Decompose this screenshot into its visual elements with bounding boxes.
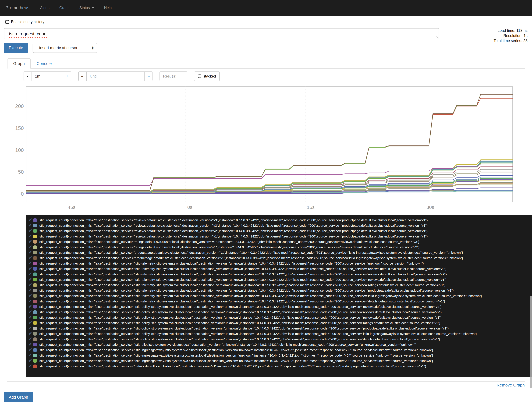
legend-item[interactable]: ✔istio_request_count{connection_mtls="fa… xyxy=(28,299,532,304)
time-back-button[interactable]: « xyxy=(78,71,87,81)
range-increase-button[interactable]: + xyxy=(63,71,71,81)
legend-item[interactable]: ✔istio_request_count{connection_mtls="fa… xyxy=(28,271,532,277)
series-enabled-check-icon: ✔ xyxy=(28,353,33,358)
nav-item-help[interactable]: Help xyxy=(99,0,116,16)
series-enabled-check-icon: ✔ xyxy=(28,277,33,282)
svg-text:50: 50 xyxy=(18,169,24,175)
series-enabled-check-icon: ✔ xyxy=(28,304,33,309)
series-label: istio_request_count{connection_mtls="fal… xyxy=(39,229,428,233)
tab-bar: Graph Console xyxy=(7,58,525,69)
series-label: istio_request_count{connection_mtls="fal… xyxy=(39,316,442,320)
insert-metric-select[interactable]: - insert metric at cursor - ▲▼ xyxy=(33,43,97,53)
until-input[interactable]: Until xyxy=(87,71,144,81)
remove-graph-link[interactable]: Remove Graph xyxy=(497,383,525,388)
page-scrollbar[interactable] xyxy=(530,296,532,388)
series-color-swatch xyxy=(33,348,37,352)
svg-text:45s: 45s xyxy=(68,205,75,210)
line-chart[interactable]: 05010015020045s0s15s30s xyxy=(13,86,516,213)
legend-item[interactable]: ✔istio_request_count{connection_mtls="fa… xyxy=(28,234,532,239)
series-label: istio_request_count{connection_mtls="fal… xyxy=(39,267,447,271)
stacked-checkbox[interactable] xyxy=(198,75,201,78)
series-label: istio_request_count{connection_mtls="fal… xyxy=(39,218,428,222)
query-input[interactable]: istio_request_count xyxy=(4,28,439,39)
chart-svg[interactable]: 05010015020045s0s15s30s xyxy=(13,86,516,213)
nav-item-alerts[interactable]: Alerts xyxy=(35,0,54,16)
series-color-swatch xyxy=(33,283,37,287)
legend-item[interactable]: ✔istio_request_count{connection_mtls="fa… xyxy=(28,245,532,250)
load-time: Load time: 118ms xyxy=(494,28,527,33)
select-spinner-icon: ▲▼ xyxy=(92,46,94,50)
series-label: istio_request_count{connection_mtls="fal… xyxy=(39,348,433,352)
legend-item[interactable]: ✔istio_request_count{connection_mtls="fa… xyxy=(28,304,532,309)
resize-grip-icon[interactable] xyxy=(436,36,438,38)
legend-item[interactable]: ✔istio_request_count{connection_mtls="fa… xyxy=(28,266,532,271)
series-color-swatch xyxy=(33,256,37,260)
svg-text:0s: 0s xyxy=(187,205,192,210)
legend-item[interactable]: ✔istio_request_count{connection_mtls="fa… xyxy=(28,347,532,353)
range-input[interactable]: 1m xyxy=(32,71,63,81)
legend-item[interactable]: ✔istio_request_count{connection_mtls="fa… xyxy=(28,320,532,326)
series-color-swatch xyxy=(33,359,37,363)
series-color-swatch xyxy=(33,321,37,325)
legend-item[interactable]: ✔istio_request_count{connection_mtls="fa… xyxy=(28,255,532,261)
series-enabled-check-icon: ✔ xyxy=(28,266,33,271)
resolution-input[interactable]: Res. (s) xyxy=(159,71,187,81)
legend-item[interactable]: ✔istio_request_count{connection_mtls="fa… xyxy=(28,223,532,228)
legend-item[interactable]: ✔istio_request_count{connection_mtls="fa… xyxy=(28,293,532,299)
tab-graph[interactable]: Graph xyxy=(7,58,31,69)
legend-item[interactable]: ✔istio_request_count{connection_mtls="fa… xyxy=(28,282,532,288)
series-enabled-check-icon: ✔ xyxy=(28,331,33,336)
legend-item[interactable]: ✔istio_request_count{connection_mtls="fa… xyxy=(28,250,532,255)
series-label: istio_request_count{connection_mtls="fal… xyxy=(39,364,426,368)
legend-item[interactable]: ✔istio_request_count{connection_mtls="fa… xyxy=(28,239,532,245)
execute-button[interactable]: Execute xyxy=(4,43,28,53)
series-label: istio_request_count{connection_mtls="fal… xyxy=(39,289,454,292)
svg-text:30s: 30s xyxy=(426,205,434,210)
tab-console[interactable]: Console xyxy=(31,58,57,69)
query-expression: istio_request_count xyxy=(9,31,48,36)
series-enabled-check-icon: ✔ xyxy=(28,336,33,341)
enable-query-history[interactable]: Enable query history xyxy=(5,20,44,24)
legend-item[interactable]: ✔istio_request_count{connection_mtls="fa… xyxy=(28,342,532,347)
series-label: istio_request_count{connection_mtls="fal… xyxy=(39,245,419,249)
series-enabled-check-icon: ✔ xyxy=(28,223,33,228)
legend-item[interactable]: ✔istio_request_count{connection_mtls="fa… xyxy=(28,261,532,266)
nav-items: AlertsGraphStatusHelp xyxy=(35,0,116,16)
nav-item-status[interactable]: Status xyxy=(75,0,99,16)
series-label: istio_request_count{connection_mtls="fal… xyxy=(39,283,445,287)
legend-item[interactable]: ✔istio_request_count{connection_mtls="fa… xyxy=(28,336,532,342)
series-label: istio_request_count{connection_mtls="fal… xyxy=(39,299,445,303)
series-color-swatch xyxy=(33,310,37,314)
stacked-toggle[interactable]: stacked xyxy=(194,71,220,81)
legend-item[interactable]: ✔istio_request_count{connection_mtls="fa… xyxy=(28,364,532,369)
series-color-swatch xyxy=(33,294,37,298)
chevron-down-icon xyxy=(91,7,94,9)
time-forward-button[interactable]: » xyxy=(144,71,152,81)
series-enabled-check-icon: ✔ xyxy=(28,364,33,368)
series-enabled-check-icon: ✔ xyxy=(28,320,33,325)
series-color-swatch xyxy=(33,251,37,254)
query-history-label: Enable query history xyxy=(11,20,44,24)
series-color-swatch xyxy=(33,218,37,222)
series-label: istio_request_count{connection_mtls="fal… xyxy=(39,354,433,357)
legend-item[interactable]: ✔istio_request_count{connection_mtls="fa… xyxy=(28,331,532,336)
legend-item[interactable]: ✔istio_request_count{connection_mtls="fa… xyxy=(28,277,532,282)
series-enabled-check-icon: ✔ xyxy=(28,326,33,331)
add-graph-button[interactable]: Add Graph xyxy=(4,392,33,402)
legend-item[interactable]: ✔istio_request_count{connection_mtls="fa… xyxy=(28,358,532,364)
legend-item[interactable]: ✔istio_request_count{connection_mtls="fa… xyxy=(28,353,532,358)
legend-item[interactable]: ✔istio_request_count{connection_mtls="fa… xyxy=(28,217,532,223)
range-decrease-button[interactable]: - xyxy=(24,71,32,81)
legend-item[interactable]: ✔istio_request_count{connection_mtls="fa… xyxy=(28,309,532,315)
graph-controls: - 1m + « Until » Res. (s) stacked xyxy=(24,71,220,81)
series-enabled-check-icon: ✔ xyxy=(28,239,33,244)
brand-prometheus[interactable]: Prometheus xyxy=(0,5,35,10)
svg-text:15s: 15s xyxy=(307,205,315,210)
legend-item[interactable]: ✔istio_request_count{connection_mtls="fa… xyxy=(28,315,532,320)
query-history-checkbox[interactable] xyxy=(5,20,9,24)
series-enabled-check-icon: ✔ xyxy=(28,250,33,255)
legend-item[interactable]: ✔istio_request_count{connection_mtls="fa… xyxy=(28,288,532,293)
legend-item[interactable]: ✔istio_request_count{connection_mtls="fa… xyxy=(28,228,532,234)
legend-item[interactable]: ✔istio_request_count{connection_mtls="fa… xyxy=(28,326,532,331)
nav-item-graph[interactable]: Graph xyxy=(54,0,75,16)
